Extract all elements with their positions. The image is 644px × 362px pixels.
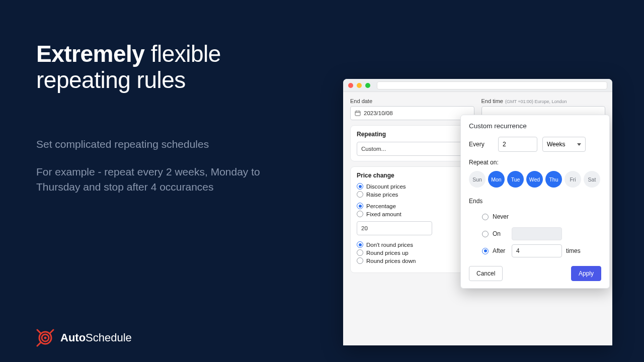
day-toggle-thu[interactable]: Thu: [545, 171, 562, 188]
end-time-label: End time (GMT +01:00) Europe, London: [481, 98, 606, 104]
end-date-value: 2023/10/08: [364, 110, 393, 116]
cancel-button[interactable]: Cancel: [469, 266, 503, 281]
ends-never-option[interactable]: Never: [482, 210, 601, 224]
ends-label: Ends: [469, 198, 601, 205]
maximize-icon[interactable]: [365, 83, 370, 88]
calendar-icon: [355, 110, 361, 116]
close-icon[interactable]: [348, 83, 353, 88]
window-titlebar: [343, 79, 612, 92]
day-toggle-sun[interactable]: Sun: [469, 171, 486, 188]
radio-icon: [482, 231, 489, 237]
brand-logo: AutoSchedule: [36, 329, 132, 347]
amount-input[interactable]: 20: [357, 221, 432, 235]
every-input[interactable]: 2: [498, 137, 537, 152]
end-date-label: End date: [350, 98, 474, 104]
radio-icon: [357, 257, 363, 264]
day-toggle-tue[interactable]: Tue: [507, 171, 524, 188]
popover-title: Custom recurrence: [469, 122, 601, 130]
chevron-down-icon: [577, 143, 581, 146]
target-icon: [36, 329, 54, 347]
every-label: Every: [469, 141, 493, 148]
day-picker: SunMonTueWedThuFriSat: [469, 171, 601, 188]
marketing-panel: Extremely flexible repeating rules Set c…: [36, 41, 298, 195]
repeat-on-label: Repeat on:: [469, 159, 601, 166]
radio-icon: [357, 211, 363, 217]
timezone-hint: (GMT +01:00) Europe, London: [505, 99, 567, 104]
ends-on-date-input[interactable]: [512, 227, 562, 240]
headline: Extremely flexible repeating rules: [36, 41, 298, 93]
radio-icon: [357, 183, 363, 190]
radio-icon: [482, 214, 489, 220]
end-date-input[interactable]: 2023/10/08: [350, 106, 474, 120]
day-toggle-fri[interactable]: Fri: [565, 171, 581, 188]
ends-after-count-input[interactable]: 4: [512, 244, 562, 257]
day-toggle-sat[interactable]: Sat: [584, 171, 600, 188]
day-toggle-mon[interactable]: Mon: [488, 171, 505, 188]
custom-recurrence-popover: Custom recurrence Every 2 Weeks Repeat o…: [460, 115, 610, 289]
headline-bold: Extremely: [36, 41, 144, 67]
radio-icon: [357, 203, 363, 209]
address-bar[interactable]: [377, 81, 607, 89]
ends-on-option[interactable]: On: [482, 227, 601, 241]
apply-button[interactable]: Apply: [571, 266, 601, 281]
svg-point-2: [44, 337, 47, 339]
svg-rect-3: [355, 111, 360, 116]
subheading-1: Set complicated repeating schedules: [36, 138, 298, 150]
day-toggle-wed[interactable]: Wed: [526, 171, 543, 188]
radio-icon: [357, 241, 363, 248]
radio-icon: [357, 249, 363, 256]
subheading-2: For example - repeat every 2 weeks, Mond…: [36, 164, 298, 195]
brand-name: AutoSchedule: [60, 331, 132, 344]
radio-icon: [357, 191, 363, 198]
radio-icon: [482, 248, 489, 254]
unit-select[interactable]: Weeks: [542, 137, 586, 152]
minimize-icon[interactable]: [357, 83, 362, 88]
ends-after-option[interactable]: After 4 times: [482, 244, 601, 258]
